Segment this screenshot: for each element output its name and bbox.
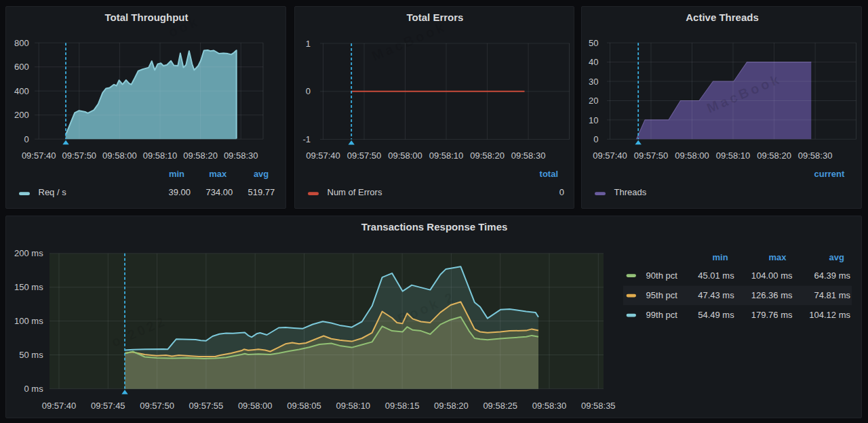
svg-text:09:58:30: 09:58:30 xyxy=(511,150,546,161)
svg-text:54.49 ms: 54.49 ms xyxy=(698,310,734,320)
svg-text:Total Throughput: Total Throughput xyxy=(104,12,188,23)
svg-text:09:57:50: 09:57:50 xyxy=(634,150,669,161)
svg-text:09:58:30: 09:58:30 xyxy=(798,150,833,161)
svg-text:90th pct: 90th pct xyxy=(646,270,678,281)
svg-text:09:58:10: 09:58:10 xyxy=(143,150,178,161)
svg-text:0 ms: 0 ms xyxy=(24,384,44,394)
svg-text:09:57:45: 09:57:45 xyxy=(91,401,125,411)
svg-text:200: 200 xyxy=(14,110,29,120)
svg-text:179.76 ms: 179.76 ms xyxy=(751,310,793,320)
svg-text:95th pct: 95th pct xyxy=(646,290,678,300)
svg-text:09:58:30: 09:58:30 xyxy=(224,150,258,161)
svg-text:Num of Errors: Num of Errors xyxy=(328,187,382,197)
svg-text:09:58:20: 09:58:20 xyxy=(434,401,469,411)
svg-text:avg: avg xyxy=(829,252,844,262)
svg-text:400: 400 xyxy=(14,86,29,96)
svg-text:800: 800 xyxy=(14,38,29,48)
svg-text:min: min xyxy=(169,169,184,179)
svg-text:09:58:05: 09:58:05 xyxy=(287,401,321,411)
svg-text:min: min xyxy=(713,252,728,262)
svg-text:64.39 ms: 64.39 ms xyxy=(814,270,851,281)
svg-text:09:58:00: 09:58:00 xyxy=(388,150,422,161)
svg-text:09:57:40: 09:57:40 xyxy=(42,401,77,411)
svg-text:99th pct: 99th pct xyxy=(646,310,678,320)
svg-text:total: total xyxy=(540,169,558,179)
svg-text:09:58:00: 09:58:00 xyxy=(675,150,709,161)
svg-text:-1: -1 xyxy=(302,134,311,144)
svg-text:09:57:40: 09:57:40 xyxy=(306,150,340,161)
svg-text:09:58:15: 09:58:15 xyxy=(385,401,420,411)
svg-text:current: current xyxy=(814,169,845,179)
svg-text:74.81 ms: 74.81 ms xyxy=(814,290,851,300)
svg-text:09:58:35: 09:58:35 xyxy=(581,401,616,411)
svg-text:09:58:25: 09:58:25 xyxy=(483,401,517,411)
svg-text:50 ms: 50 ms xyxy=(19,350,43,360)
svg-text:0: 0 xyxy=(559,187,564,197)
svg-text:09:57:40: 09:57:40 xyxy=(593,150,627,161)
svg-text:max: max xyxy=(768,252,787,262)
svg-text:104.00 ms: 104.00 ms xyxy=(751,270,793,281)
svg-text:max: max xyxy=(209,169,227,179)
svg-text:100 ms: 100 ms xyxy=(14,316,43,326)
svg-text:126.36 ms: 126.36 ms xyxy=(751,290,793,300)
svg-text:Req / s: Req / s xyxy=(39,187,67,197)
svg-text:Transactions Response Times: Transactions Response Times xyxy=(361,221,508,233)
svg-text:09:58:20: 09:58:20 xyxy=(183,150,218,161)
svg-text:09:58:00: 09:58:00 xyxy=(238,401,273,411)
svg-text:09:58:20: 09:58:20 xyxy=(757,150,791,161)
svg-text:09:57:50: 09:57:50 xyxy=(347,150,382,161)
svg-text:10: 10 xyxy=(589,115,598,125)
svg-text:150 ms: 150 ms xyxy=(14,282,43,292)
svg-text:0: 0 xyxy=(306,86,311,96)
svg-text:0: 0 xyxy=(593,134,598,144)
svg-text:Total Errors: Total Errors xyxy=(407,12,464,23)
svg-text:Threads: Threads xyxy=(614,187,647,197)
svg-text:20: 20 xyxy=(589,96,598,106)
svg-text:104.12 ms: 104.12 ms xyxy=(809,310,850,320)
svg-text:avg: avg xyxy=(254,169,269,179)
svg-text:600: 600 xyxy=(14,62,29,72)
svg-text:09:58:10: 09:58:10 xyxy=(716,150,751,161)
svg-text:45.01 ms: 45.01 ms xyxy=(698,270,734,281)
svg-text:09:58:20: 09:58:20 xyxy=(470,150,505,161)
svg-text:09:58:30: 09:58:30 xyxy=(532,401,567,411)
svg-text:0: 0 xyxy=(24,134,28,144)
svg-text:50: 50 xyxy=(589,38,598,48)
svg-text:09:58:10: 09:58:10 xyxy=(336,401,370,411)
svg-text:Active Threads: Active Threads xyxy=(686,12,759,23)
svg-text:09:57:50: 09:57:50 xyxy=(140,401,174,411)
svg-text:734.00: 734.00 xyxy=(206,187,233,197)
svg-text:1: 1 xyxy=(306,39,311,49)
svg-text:09:57:50: 09:57:50 xyxy=(62,150,96,161)
svg-text:200 ms: 200 ms xyxy=(14,248,43,258)
svg-text:519.77: 519.77 xyxy=(248,187,275,197)
svg-text:30: 30 xyxy=(589,77,598,87)
svg-text:40: 40 xyxy=(589,57,598,67)
svg-text:09:57:40: 09:57:40 xyxy=(22,150,56,161)
svg-text:09:58:00: 09:58:00 xyxy=(102,150,137,161)
svg-text:09:58:10: 09:58:10 xyxy=(429,150,464,161)
svg-text:47.43 ms: 47.43 ms xyxy=(698,290,734,300)
svg-text:39.00: 39.00 xyxy=(168,187,191,197)
svg-text:09:57:55: 09:57:55 xyxy=(189,401,224,411)
